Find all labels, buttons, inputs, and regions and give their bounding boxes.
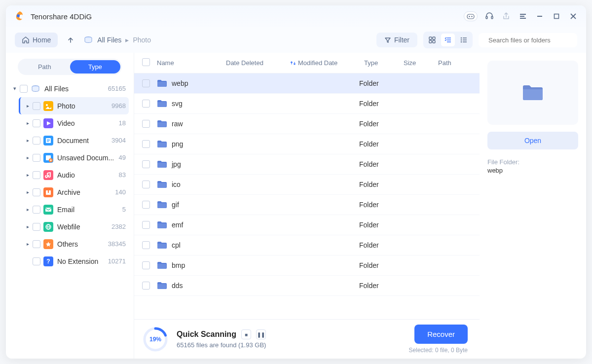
- footer: 19% Quick Scanning ■ ❚❚ 65165 files are …: [134, 319, 480, 359]
- row-name: gif: [172, 201, 221, 209]
- checkbox[interactable]: [142, 241, 150, 249]
- checkbox[interactable]: [33, 119, 40, 127]
- tree-item-count: 18: [119, 119, 126, 127]
- checkbox[interactable]: [33, 102, 40, 110]
- svg-text:?: ?: [46, 258, 50, 265]
- checkbox[interactable]: [142, 181, 150, 188]
- checkbox[interactable]: [142, 120, 150, 128]
- app-logo-icon: [14, 10, 26, 22]
- folder-icon: [157, 100, 167, 108]
- share-icon[interactable]: [501, 11, 511, 21]
- checkbox[interactable]: [33, 188, 40, 196]
- table-row[interactable]: webpFolder: [134, 73, 480, 94]
- menu-icon[interactable]: [518, 11, 528, 21]
- svg-point-3: [471, 16, 472, 17]
- col-type[interactable]: Type: [364, 59, 404, 67]
- checkbox[interactable]: [33, 154, 40, 162]
- row-name: cpl: [172, 241, 221, 249]
- tab-type[interactable]: Type: [70, 60, 121, 73]
- checkbox[interactable]: [142, 100, 150, 108]
- open-button[interactable]: Open: [487, 132, 578, 149]
- checkbox[interactable]: [142, 79, 150, 87]
- assistant-icon[interactable]: [464, 11, 478, 21]
- col-path[interactable]: Path: [438, 59, 472, 67]
- table-row[interactable]: cplFolder: [134, 235, 480, 255]
- chevron-right-icon[interactable]: ▸: [24, 138, 32, 143]
- tree-item[interactable]: ▸Photo9968: [19, 97, 129, 114]
- stop-button[interactable]: ■: [241, 329, 251, 339]
- checkbox[interactable]: [33, 206, 40, 214]
- maximize-button[interactable]: [552, 11, 561, 21]
- table-row[interactable]: pngFolder: [134, 134, 480, 154]
- tree-item[interactable]: ▸Webfile2382: [24, 218, 129, 235]
- table-body: webpFoldersvgFolderrawFolderpngFolderjpg…: [134, 73, 480, 319]
- tree-item[interactable]: ▸Audio83: [24, 166, 129, 183]
- tree-item[interactable]: ▸Document3904: [24, 132, 129, 149]
- select-all-checkbox[interactable]: [142, 58, 150, 66]
- checkbox[interactable]: [33, 240, 40, 248]
- chevron-right-icon[interactable]: ▸: [24, 120, 32, 126]
- tree-item[interactable]: ▸Archive140: [24, 183, 129, 201]
- table-row[interactable]: emfFolder: [134, 215, 480, 235]
- table-row[interactable]: ddsFolder: [134, 276, 480, 296]
- search-box[interactable]: [479, 33, 577, 47]
- chevron-right-icon[interactable]: ▸: [24, 207, 32, 212]
- app-title: Tenorshare 4DDiG: [31, 12, 92, 21]
- tree-item-label: Unsaved Docum...: [57, 154, 116, 162]
- tree-item-label: Others: [57, 240, 105, 248]
- table-row[interactable]: jpgFolder: [134, 154, 480, 175]
- headset-icon[interactable]: [484, 11, 494, 21]
- sidebar: Path Type ▾ All Files 65165 ▸Photo9968▸V…: [6, 53, 134, 359]
- checkbox[interactable]: [33, 171, 40, 179]
- chevron-right-icon[interactable]: ▸: [24, 103, 32, 109]
- checkbox[interactable]: [33, 257, 40, 265]
- col-size[interactable]: Size: [404, 59, 438, 67]
- checkbox[interactable]: [142, 160, 150, 168]
- tree-item[interactable]: ▸Unsaved Docum...49: [24, 149, 129, 166]
- tree-item[interactable]: ▸Video18: [24, 114, 129, 132]
- breadcrumb-leaf[interactable]: Photo: [133, 36, 151, 44]
- filter-button[interactable]: Filter: [376, 33, 417, 47]
- pause-button[interactable]: ❚❚: [256, 329, 266, 339]
- view-list-button[interactable]: [457, 34, 471, 46]
- tab-path[interactable]: Path: [19, 60, 70, 73]
- category-icon: [43, 205, 53, 215]
- chevron-right-icon[interactable]: ▸: [24, 155, 32, 160]
- view-grid-button[interactable]: [425, 34, 439, 46]
- table-row[interactable]: icoFolder: [134, 175, 480, 195]
- home-button[interactable]: Home: [15, 33, 58, 47]
- search-input[interactable]: [488, 36, 571, 44]
- tree-item-count: 5: [122, 206, 126, 213]
- checkbox[interactable]: [142, 221, 150, 229]
- chevron-down-icon[interactable]: ▾: [11, 85, 19, 92]
- category-icon: [43, 118, 53, 128]
- table-row[interactable]: svgFolder: [134, 94, 480, 114]
- col-modified[interactable]: Modified Date: [290, 59, 364, 67]
- nav-up-button[interactable]: [66, 35, 75, 45]
- checkbox[interactable]: [142, 282, 150, 290]
- checkbox[interactable]: [142, 140, 150, 148]
- chevron-right-icon[interactable]: ▸: [24, 189, 32, 195]
- tree-item[interactable]: ?No Extension10271: [24, 253, 129, 270]
- checkbox[interactable]: [33, 137, 40, 145]
- chevron-right-icon[interactable]: ▸: [24, 241, 32, 247]
- table-row[interactable]: rawFolder: [134, 114, 480, 134]
- minimize-button[interactable]: [535, 11, 545, 21]
- checkbox[interactable]: [142, 201, 150, 209]
- chevron-right-icon[interactable]: ▸: [24, 172, 32, 178]
- recover-button[interactable]: Recover: [414, 325, 468, 344]
- table-row[interactable]: gifFolder: [134, 195, 480, 215]
- breadcrumb-root[interactable]: All Files: [97, 36, 121, 44]
- checkbox[interactable]: [142, 261, 150, 269]
- checkbox[interactable]: [20, 85, 28, 93]
- chevron-right-icon[interactable]: ▸: [24, 224, 32, 229]
- close-button[interactable]: [568, 11, 578, 21]
- tree-item[interactable]: ▸Email5: [24, 201, 129, 218]
- checkbox[interactable]: [33, 223, 40, 231]
- tree-root[interactable]: ▾ All Files 65165: [11, 80, 129, 97]
- col-name[interactable]: Name: [157, 59, 226, 67]
- view-detail-button[interactable]: [441, 34, 455, 46]
- table-row[interactable]: bmpFolder: [134, 255, 480, 276]
- col-date-deleted[interactable]: Date Deleted: [226, 59, 290, 67]
- tree-item[interactable]: ▸Others38345: [24, 235, 129, 253]
